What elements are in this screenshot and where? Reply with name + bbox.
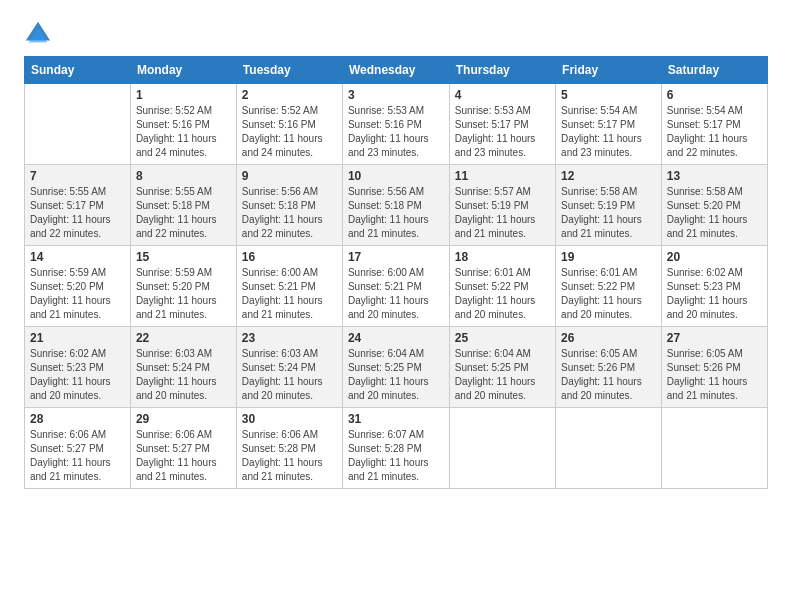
- day-info: Sunrise: 6:05 AMSunset: 5:26 PMDaylight:…: [667, 347, 762, 403]
- day-info: Sunrise: 6:06 AMSunset: 5:27 PMDaylight:…: [136, 428, 231, 484]
- calendar-cell: 24Sunrise: 6:04 AMSunset: 5:25 PMDayligh…: [342, 327, 449, 408]
- calendar-week-5: 28Sunrise: 6:06 AMSunset: 5:27 PMDayligh…: [25, 408, 768, 489]
- calendar-cell: 28Sunrise: 6:06 AMSunset: 5:27 PMDayligh…: [25, 408, 131, 489]
- day-number: 10: [348, 169, 444, 183]
- weekday-header-wednesday: Wednesday: [342, 57, 449, 84]
- calendar-cell: 14Sunrise: 5:59 AMSunset: 5:20 PMDayligh…: [25, 246, 131, 327]
- day-number: 22: [136, 331, 231, 345]
- day-info: Sunrise: 5:54 AMSunset: 5:17 PMDaylight:…: [667, 104, 762, 160]
- day-info: Sunrise: 6:02 AMSunset: 5:23 PMDaylight:…: [667, 266, 762, 322]
- day-number: 12: [561, 169, 656, 183]
- day-info: Sunrise: 6:03 AMSunset: 5:24 PMDaylight:…: [136, 347, 231, 403]
- day-number: 11: [455, 169, 550, 183]
- weekday-header-sunday: Sunday: [25, 57, 131, 84]
- day-info: Sunrise: 5:55 AMSunset: 5:17 PMDaylight:…: [30, 185, 125, 241]
- day-info: Sunrise: 5:52 AMSunset: 5:16 PMDaylight:…: [136, 104, 231, 160]
- calendar-cell: 2Sunrise: 5:52 AMSunset: 5:16 PMDaylight…: [236, 84, 342, 165]
- calendar-cell: 8Sunrise: 5:55 AMSunset: 5:18 PMDaylight…: [130, 165, 236, 246]
- day-number: 5: [561, 88, 656, 102]
- day-info: Sunrise: 5:53 AMSunset: 5:17 PMDaylight:…: [455, 104, 550, 160]
- day-info: Sunrise: 6:06 AMSunset: 5:27 PMDaylight:…: [30, 428, 125, 484]
- calendar-cell: [25, 84, 131, 165]
- calendar-cell: 16Sunrise: 6:00 AMSunset: 5:21 PMDayligh…: [236, 246, 342, 327]
- day-number: 14: [30, 250, 125, 264]
- day-info: Sunrise: 5:55 AMSunset: 5:18 PMDaylight:…: [136, 185, 231, 241]
- day-info: Sunrise: 5:57 AMSunset: 5:19 PMDaylight:…: [455, 185, 550, 241]
- logo-icon: [24, 20, 52, 48]
- day-info: Sunrise: 6:01 AMSunset: 5:22 PMDaylight:…: [455, 266, 550, 322]
- calendar-cell: 31Sunrise: 6:07 AMSunset: 5:28 PMDayligh…: [342, 408, 449, 489]
- day-info: Sunrise: 5:59 AMSunset: 5:20 PMDaylight:…: [136, 266, 231, 322]
- page-header: [24, 20, 768, 48]
- calendar-cell: 23Sunrise: 6:03 AMSunset: 5:24 PMDayligh…: [236, 327, 342, 408]
- day-info: Sunrise: 6:03 AMSunset: 5:24 PMDaylight:…: [242, 347, 337, 403]
- calendar-cell: [449, 408, 555, 489]
- calendar-cell: 30Sunrise: 6:06 AMSunset: 5:28 PMDayligh…: [236, 408, 342, 489]
- day-number: 17: [348, 250, 444, 264]
- day-number: 2: [242, 88, 337, 102]
- calendar-cell: 26Sunrise: 6:05 AMSunset: 5:26 PMDayligh…: [556, 327, 662, 408]
- weekday-header-saturday: Saturday: [661, 57, 767, 84]
- calendar-cell: 6Sunrise: 5:54 AMSunset: 5:17 PMDaylight…: [661, 84, 767, 165]
- day-number: 18: [455, 250, 550, 264]
- calendar-cell: 21Sunrise: 6:02 AMSunset: 5:23 PMDayligh…: [25, 327, 131, 408]
- day-number: 16: [242, 250, 337, 264]
- day-info: Sunrise: 5:53 AMSunset: 5:16 PMDaylight:…: [348, 104, 444, 160]
- calendar-cell: 12Sunrise: 5:58 AMSunset: 5:19 PMDayligh…: [556, 165, 662, 246]
- day-number: 26: [561, 331, 656, 345]
- weekday-header-tuesday: Tuesday: [236, 57, 342, 84]
- day-number: 3: [348, 88, 444, 102]
- day-info: Sunrise: 6:01 AMSunset: 5:22 PMDaylight:…: [561, 266, 656, 322]
- day-info: Sunrise: 6:06 AMSunset: 5:28 PMDaylight:…: [242, 428, 337, 484]
- day-info: Sunrise: 6:07 AMSunset: 5:28 PMDaylight:…: [348, 428, 444, 484]
- day-info: Sunrise: 6:04 AMSunset: 5:25 PMDaylight:…: [455, 347, 550, 403]
- calendar-cell: 11Sunrise: 5:57 AMSunset: 5:19 PMDayligh…: [449, 165, 555, 246]
- day-number: 29: [136, 412, 231, 426]
- calendar-cell: 17Sunrise: 6:00 AMSunset: 5:21 PMDayligh…: [342, 246, 449, 327]
- calendar-header: SundayMondayTuesdayWednesdayThursdayFrid…: [25, 57, 768, 84]
- day-info: Sunrise: 5:56 AMSunset: 5:18 PMDaylight:…: [242, 185, 337, 241]
- day-number: 28: [30, 412, 125, 426]
- logo: [24, 20, 54, 48]
- day-number: 6: [667, 88, 762, 102]
- day-number: 9: [242, 169, 337, 183]
- calendar-cell: 3Sunrise: 5:53 AMSunset: 5:16 PMDaylight…: [342, 84, 449, 165]
- calendar-cell: 18Sunrise: 6:01 AMSunset: 5:22 PMDayligh…: [449, 246, 555, 327]
- day-number: 8: [136, 169, 231, 183]
- day-number: 15: [136, 250, 231, 264]
- day-number: 13: [667, 169, 762, 183]
- day-info: Sunrise: 5:52 AMSunset: 5:16 PMDaylight:…: [242, 104, 337, 160]
- calendar-cell: 7Sunrise: 5:55 AMSunset: 5:17 PMDaylight…: [25, 165, 131, 246]
- calendar-cell: 5Sunrise: 5:54 AMSunset: 5:17 PMDaylight…: [556, 84, 662, 165]
- day-number: 24: [348, 331, 444, 345]
- day-number: 25: [455, 331, 550, 345]
- calendar-table: SundayMondayTuesdayWednesdayThursdayFrid…: [24, 56, 768, 489]
- calendar-cell: 9Sunrise: 5:56 AMSunset: 5:18 PMDaylight…: [236, 165, 342, 246]
- day-info: Sunrise: 5:58 AMSunset: 5:20 PMDaylight:…: [667, 185, 762, 241]
- calendar-cell: 22Sunrise: 6:03 AMSunset: 5:24 PMDayligh…: [130, 327, 236, 408]
- calendar-week-3: 14Sunrise: 5:59 AMSunset: 5:20 PMDayligh…: [25, 246, 768, 327]
- calendar-cell: 15Sunrise: 5:59 AMSunset: 5:20 PMDayligh…: [130, 246, 236, 327]
- weekday-header-thursday: Thursday: [449, 57, 555, 84]
- day-info: Sunrise: 5:56 AMSunset: 5:18 PMDaylight:…: [348, 185, 444, 241]
- calendar-cell: 4Sunrise: 5:53 AMSunset: 5:17 PMDaylight…: [449, 84, 555, 165]
- weekday-header-friday: Friday: [556, 57, 662, 84]
- calendar-cell: 27Sunrise: 6:05 AMSunset: 5:26 PMDayligh…: [661, 327, 767, 408]
- day-info: Sunrise: 5:54 AMSunset: 5:17 PMDaylight:…: [561, 104, 656, 160]
- day-info: Sunrise: 6:04 AMSunset: 5:25 PMDaylight:…: [348, 347, 444, 403]
- calendar-cell: [556, 408, 662, 489]
- calendar-cell: 29Sunrise: 6:06 AMSunset: 5:27 PMDayligh…: [130, 408, 236, 489]
- day-info: Sunrise: 6:02 AMSunset: 5:23 PMDaylight:…: [30, 347, 125, 403]
- day-number: 20: [667, 250, 762, 264]
- day-info: Sunrise: 5:59 AMSunset: 5:20 PMDaylight:…: [30, 266, 125, 322]
- day-number: 27: [667, 331, 762, 345]
- day-number: 23: [242, 331, 337, 345]
- day-number: 4: [455, 88, 550, 102]
- calendar-week-2: 7Sunrise: 5:55 AMSunset: 5:17 PMDaylight…: [25, 165, 768, 246]
- day-info: Sunrise: 5:58 AMSunset: 5:19 PMDaylight:…: [561, 185, 656, 241]
- calendar-cell: 20Sunrise: 6:02 AMSunset: 5:23 PMDayligh…: [661, 246, 767, 327]
- day-number: 1: [136, 88, 231, 102]
- day-info: Sunrise: 6:00 AMSunset: 5:21 PMDaylight:…: [348, 266, 444, 322]
- calendar-body: 1Sunrise: 5:52 AMSunset: 5:16 PMDaylight…: [25, 84, 768, 489]
- day-info: Sunrise: 6:00 AMSunset: 5:21 PMDaylight:…: [242, 266, 337, 322]
